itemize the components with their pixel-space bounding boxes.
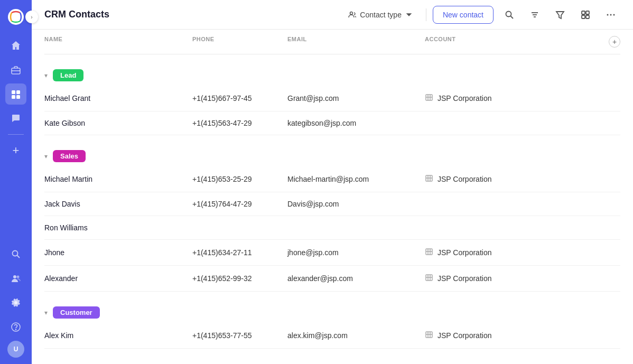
- contact-phone: +1(415)653-25-29: [192, 175, 287, 183]
- contact-name: Jhone: [44, 248, 192, 257]
- contact-account: JSP Corporation: [425, 247, 620, 258]
- svg-rect-23: [586, 15, 589, 18]
- contact-email: alexander@jsp.com: [287, 274, 425, 283]
- contact-groups: ▾LeadMichael Grant+1(415)667-97-45Grant@…: [44, 65, 620, 349]
- table-row[interactable]: Michael Grant+1(415)667-97-45Grant@jsp.c…: [44, 86, 620, 111]
- chevron-customer[interactable]: ▾: [44, 309, 48, 316]
- sidebar-item-contacts[interactable]: [5, 268, 26, 289]
- svg-point-7: [13, 251, 18, 256]
- building-icon: [425, 93, 433, 104]
- chevron-sales[interactable]: ▾: [44, 153, 48, 160]
- sidebar-item-settings[interactable]: [5, 292, 26, 313]
- group-sales: ▾SalesMichael Martin+1(415)653-25-29Mich…: [44, 146, 620, 292]
- badge-lead: Lead: [53, 69, 83, 81]
- more-options-button[interactable]: [601, 5, 620, 24]
- contact-name: Jack Davis: [44, 200, 192, 208]
- svg-rect-5: [12, 95, 15, 99]
- contact-name: Alexander: [44, 274, 192, 283]
- col-header-name: NAME: [44, 36, 192, 48]
- group-lead: ▾LeadMichael Grant+1(415)667-97-45Grant@…: [44, 65, 620, 135]
- sidebar-item-chat[interactable]: [5, 108, 26, 129]
- sidebar-item-crm[interactable]: [5, 83, 26, 105]
- col-header-phone: PHONE: [192, 36, 287, 48]
- user-avatar[interactable]: U: [7, 341, 24, 358]
- contact-email: Grant@jsp.com: [287, 94, 425, 102]
- contact-type-icon: [348, 11, 357, 19]
- contact-account: JSP Corporation: [425, 174, 620, 184]
- svg-rect-4: [16, 90, 20, 94]
- contact-phone: +1(415)563-47-29: [192, 119, 287, 127]
- add-column-button[interactable]: +: [609, 36, 620, 48]
- group-header-sales[interactable]: ▾Sales: [44, 146, 620, 166]
- account-name: JSP Corporation: [437, 94, 491, 102]
- view-icon: [581, 10, 590, 20]
- group-header-customer[interactable]: ▾Customer: [44, 302, 620, 323]
- table-row[interactable]: Jhone+1(415)634-27-11jhone@jsp.comJSP Co…: [44, 240, 620, 266]
- svg-point-14: [506, 11, 511, 16]
- table-header: NAME PHONE EMAIL ACCOUNT +: [44, 30, 620, 54]
- building-icon: [425, 174, 433, 184]
- svg-point-13: [350, 12, 353, 14]
- main-content: CRM Contacts Contact type New contact: [32, 0, 633, 364]
- contact-account: JSP Corporation: [425, 273, 620, 284]
- contact-email: Davis@jsp.com: [287, 200, 425, 208]
- page-title: CRM Contacts: [44, 9, 342, 20]
- contacts-content: NAME PHONE EMAIL ACCOUNT + ▾LeadMichael …: [32, 30, 633, 364]
- contact-name: Kate Gibson: [44, 119, 192, 127]
- table-row[interactable]: Alexander+1(415)652-99-32alexander@jsp.c…: [44, 266, 620, 292]
- svg-line-8: [17, 256, 20, 258]
- svg-rect-20: [582, 11, 585, 14]
- contact-name: Michael Grant: [44, 94, 192, 102]
- group-header-lead[interactable]: ▾Lead: [44, 65, 620, 86]
- contact-phone: +1(415)652-99-32: [192, 274, 287, 283]
- svg-point-24: [607, 14, 609, 15]
- sort-button[interactable]: [525, 5, 544, 24]
- sidebar-item-briefcase[interactable]: [5, 59, 26, 80]
- svg-point-10: [17, 276, 20, 278]
- contact-account: JSP Corporation: [425, 93, 620, 104]
- new-contact-button[interactable]: New contact: [433, 6, 494, 24]
- sidebar-item-search[interactable]: [5, 244, 26, 265]
- col-header-add: +: [599, 36, 620, 48]
- contact-phone: +1(415)634-27-11: [192, 248, 287, 257]
- chevron-down-icon: [405, 11, 413, 19]
- contact-phone: +1(415)667-97-45: [192, 94, 287, 102]
- sidebar: › +: [0, 0, 32, 364]
- sidebar-item-home[interactable]: [5, 35, 26, 56]
- sidebar-bottom: U: [5, 244, 26, 358]
- building-icon: [425, 247, 433, 258]
- table-row[interactable]: Alex Kim+1(415)653-77-55alex.kim@jsp.com…: [44, 323, 620, 349]
- svg-point-26: [613, 14, 615, 15]
- contact-email: Michael-martin@jsp.com: [287, 175, 425, 183]
- svg-line-15: [511, 16, 514, 18]
- table-row[interactable]: Michael Martin+1(415)653-25-29Michael-ma…: [44, 166, 620, 192]
- view-button[interactable]: [576, 5, 595, 24]
- col-header-account: ACCOUNT: [425, 36, 599, 48]
- contact-account: JSP Corporation: [425, 330, 620, 341]
- contact-type-button[interactable]: Contact type: [342, 7, 420, 22]
- table-row[interactable]: Kate Gibson+1(415)563-47-29kategibson@js…: [44, 111, 620, 135]
- sidebar-item-help[interactable]: [5, 316, 26, 338]
- account-name: JSP Corporation: [437, 175, 491, 183]
- badge-sales: Sales: [53, 150, 86, 162]
- building-icon: [425, 330, 433, 341]
- account-name: JSP Corporation: [437, 274, 491, 283]
- sidebar-item-add[interactable]: +: [5, 140, 26, 161]
- contact-email: alex.kim@jsp.com: [287, 331, 425, 340]
- contact-email: kategibson@jsp.com: [287, 119, 425, 127]
- svg-marker-19: [556, 12, 564, 18]
- sidebar-logo[interactable]: [5, 6, 26, 27]
- table-row[interactable]: Ron Williams: [44, 216, 620, 240]
- contact-name: Michael Martin: [44, 175, 192, 183]
- page-header: CRM Contacts Contact type New contact: [32, 0, 633, 30]
- sidebar-divider: [8, 134, 24, 135]
- header-actions: Contact type New contact: [342, 5, 620, 24]
- svg-point-25: [610, 14, 612, 15]
- search-button[interactable]: [500, 5, 519, 24]
- sidebar-collapse-button[interactable]: ›: [25, 11, 38, 23]
- contact-phone: +1(415)653-77-55: [192, 331, 287, 340]
- filter-button[interactable]: [551, 5, 570, 24]
- building-icon: [425, 273, 433, 284]
- table-row[interactable]: Jack Davis+1(415)764-47-29Davis@jsp.com: [44, 192, 620, 216]
- chevron-lead[interactable]: ▾: [44, 72, 48, 79]
